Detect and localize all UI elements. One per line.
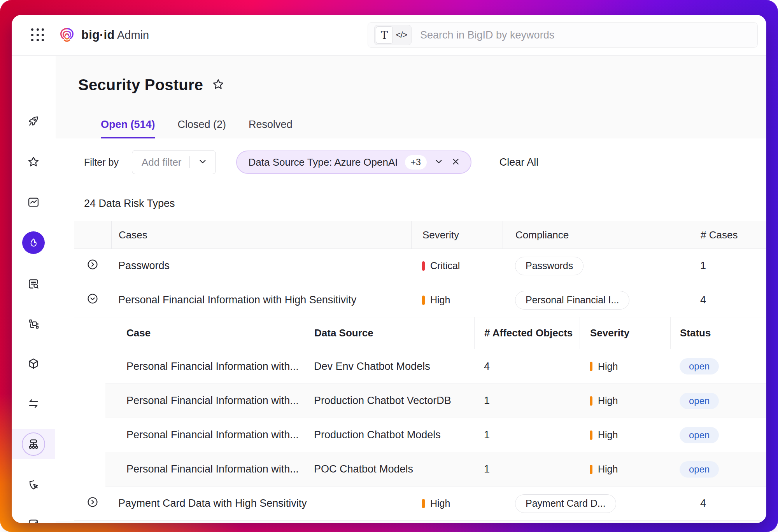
sub-column-status[interactable]: Status bbox=[670, 317, 766, 349]
sidebar-item-security-posture-active[interactable] bbox=[12, 232, 55, 254]
sub-column-data-source[interactable]: Data Source bbox=[304, 317, 474, 349]
severity-high-indicator bbox=[590, 362, 592, 371]
hover-ring bbox=[22, 432, 45, 456]
tab-open[interactable]: Open (514) bbox=[101, 119, 155, 138]
num-cases-value: 4 bbox=[691, 294, 766, 306]
search-input[interactable] bbox=[420, 29, 751, 41]
sub-column-case[interactable]: Case bbox=[105, 317, 304, 349]
main-content: Security Posture Open (514) Closed (2) R… bbox=[56, 56, 766, 523]
flame-icon bbox=[28, 237, 39, 248]
shield-cursor-icon bbox=[27, 478, 40, 492]
severity-label: High bbox=[598, 429, 618, 441]
star-icon bbox=[27, 155, 40, 168]
rocket-icon bbox=[27, 114, 40, 128]
expand-column-header bbox=[74, 221, 111, 248]
transfer-arrows-icon bbox=[27, 397, 40, 410]
column-header-num-cases[interactable]: # Cases bbox=[691, 221, 766, 248]
sub-column-affected[interactable]: # Affected Objects bbox=[474, 317, 580, 349]
app-launcher-icon[interactable] bbox=[29, 26, 46, 44]
tab-bar: Open (514) Closed (2) Resolved bbox=[101, 119, 766, 138]
case-name: Personal Financial Information with High… bbox=[111, 294, 411, 306]
report-search-icon bbox=[27, 277, 40, 290]
sub-table-header: Case Data Source # Affected Objects Seve… bbox=[105, 317, 766, 349]
status-badge-open[interactable]: open bbox=[680, 427, 719, 443]
remove-filter-icon[interactable] bbox=[451, 157, 461, 168]
summary-row: 24 Data Risk Types bbox=[56, 186, 766, 221]
compliance-pill: Personal Financial I... bbox=[515, 291, 629, 310]
severity-label: High bbox=[598, 361, 618, 372]
add-filter-placeholder: Add filter bbox=[142, 156, 182, 168]
sub-data-source: POC Chatbot Models bbox=[304, 463, 474, 475]
table-row-passwords[interactable]: Passwords Critical Passwords 1 bbox=[74, 249, 766, 283]
sub-column-severity[interactable]: Severity bbox=[580, 317, 670, 349]
collapse-row-icon[interactable] bbox=[86, 292, 99, 308]
expand-row-icon[interactable] bbox=[86, 258, 99, 273]
sub-table-row[interactable]: Personal Financial Information with... P… bbox=[105, 452, 766, 486]
chevron-down-icon bbox=[198, 156, 208, 168]
sidebar-item-actions[interactable] bbox=[12, 474, 55, 496]
filter-chip-extra-count: +3 bbox=[405, 155, 427, 170]
bigid-fingerprint-icon bbox=[58, 26, 76, 44]
column-header-cases[interactable]: Cases bbox=[111, 221, 411, 248]
column-header-severity[interactable]: Severity bbox=[411, 221, 503, 248]
num-cases-value: 4 bbox=[691, 497, 766, 509]
global-search[interactable]: T </> bbox=[368, 22, 758, 48]
top-bar: big·id Admin T </> bbox=[12, 15, 766, 56]
hierarchy-icon bbox=[27, 438, 40, 451]
classification-icon bbox=[27, 317, 40, 331]
text-search-toggle[interactable]: T bbox=[376, 26, 393, 44]
sidebar-item-getting-started[interactable] bbox=[12, 110, 55, 132]
sidebar-item-reports[interactable] bbox=[12, 273, 55, 295]
risk-types-table: Cases Severity Compliance # Cases Passwo… bbox=[74, 221, 766, 521]
tab-closed[interactable]: Closed (2) bbox=[178, 119, 226, 138]
sub-table-row[interactable]: Personal Financial Information with... D… bbox=[105, 349, 766, 383]
table-row-payment-card[interactable]: Payment Card Data with High Sensitivity … bbox=[74, 486, 766, 521]
cube-icon bbox=[27, 357, 40, 370]
sub-case-name: Personal Financial Information with... bbox=[105, 429, 304, 441]
sub-case-name: Personal Financial Information with... bbox=[105, 395, 304, 407]
severity-high-indicator bbox=[590, 430, 592, 440]
sidebar-nav bbox=[12, 56, 55, 523]
column-header-compliance[interactable]: Compliance bbox=[503, 221, 691, 248]
status-badge-open[interactable]: open bbox=[680, 393, 719, 409]
expand-row-icon[interactable] bbox=[86, 496, 99, 511]
sub-affected-count: 1 bbox=[474, 463, 580, 475]
sidebar-item-favorites[interactable] bbox=[12, 151, 55, 173]
search-mode-toggle: T </> bbox=[374, 25, 412, 45]
brand-logo[interactable]: big·id Admin bbox=[58, 26, 149, 44]
sub-data-source: Production Chatbot Models bbox=[304, 429, 474, 441]
sidebar-item-inventory[interactable] bbox=[12, 353, 55, 374]
tab-resolved[interactable]: Resolved bbox=[249, 119, 293, 138]
sub-table-row[interactable]: Personal Financial Information with... P… bbox=[105, 418, 766, 452]
sidebar-item-tasks[interactable] bbox=[12, 513, 55, 523]
sub-case-name: Personal Financial Information with... bbox=[105, 360, 304, 373]
sidebar-item-data-flows[interactable] bbox=[12, 393, 55, 415]
clear-all-button[interactable]: Clear All bbox=[499, 156, 539, 168]
sidebar-item-dashboard[interactable] bbox=[12, 191, 55, 213]
sub-data-source: Dev Env Chatbot Models bbox=[304, 360, 474, 373]
table-row-personal-financial[interactable]: Personal Financial Information with High… bbox=[74, 283, 766, 317]
chevron-down-icon[interactable] bbox=[434, 156, 444, 168]
sidebar-divider bbox=[22, 183, 45, 183]
sub-data-source: Production Chatbot VectorDB bbox=[304, 395, 474, 407]
add-filter-dropdown[interactable]: Add filter bbox=[132, 150, 216, 174]
app-window: big·id Admin T </> bbox=[12, 15, 766, 523]
content-card: Filter by Add filter Data Source Type: A… bbox=[56, 138, 766, 521]
checkbox-check-icon bbox=[27, 518, 40, 523]
sub-table-row[interactable]: Personal Financial Information with... P… bbox=[105, 383, 766, 418]
page-title: Security Posture bbox=[78, 76, 203, 94]
filter-chip-data-source-type[interactable]: Data Source Type: Azure OpenAI +3 bbox=[236, 150, 471, 174]
sidebar-item-hierarchy-hovered[interactable] bbox=[12, 429, 55, 459]
divider bbox=[189, 156, 190, 168]
sub-case-name: Personal Financial Information with... bbox=[105, 463, 304, 475]
case-name: Payment Card Data with High Sensitivity bbox=[111, 497, 411, 509]
sidebar-item-classification[interactable] bbox=[12, 313, 55, 335]
brand-suffix: Admin bbox=[117, 29, 149, 41]
code-search-toggle[interactable]: </> bbox=[393, 26, 410, 44]
page-header: Security Posture Open (514) Closed (2) R… bbox=[56, 56, 766, 138]
status-badge-open[interactable]: open bbox=[680, 358, 719, 374]
status-badge-open[interactable]: open bbox=[680, 461, 719, 478]
favorite-star-icon[interactable] bbox=[212, 78, 225, 93]
brand-gradient-frame: big·id Admin T </> bbox=[0, 0, 778, 532]
severity-label: High bbox=[430, 498, 450, 509]
